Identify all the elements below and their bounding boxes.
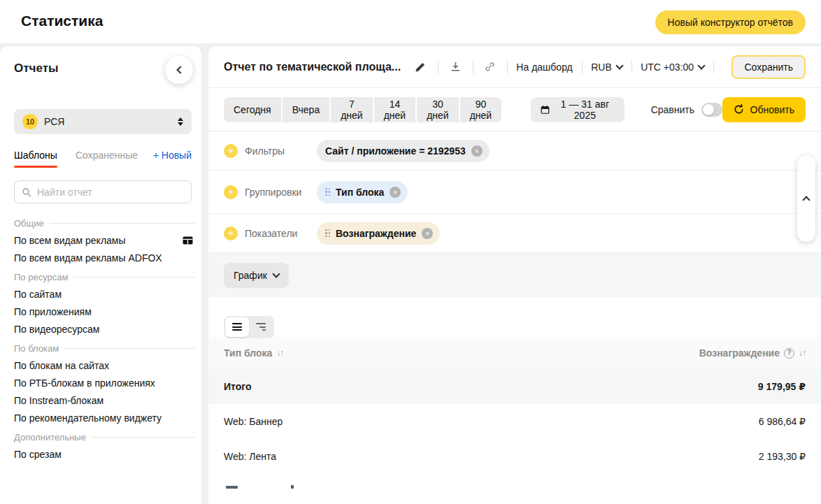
filters-collapse-button[interactable] [797, 155, 815, 242]
sort-icon[interactable]: ↓↑ [276, 348, 283, 358]
table-row-total: Итого 9 179,95 ₽ [208, 369, 821, 404]
new-report-link[interactable]: + Новый [153, 150, 192, 168]
chevron-down-icon [272, 270, 280, 278]
preset-7-days[interactable]: 7 дней [331, 97, 373, 122]
preset-today[interactable]: Сегодня [224, 97, 281, 122]
report-title: Отчет по тематической площа... [224, 61, 401, 73]
tree-view-button[interactable] [249, 317, 273, 337]
filter-chip[interactable]: Сайт / приложение = 2192953 × [317, 140, 490, 162]
new-report-builder-button[interactable]: Новый конструктор отчётов [655, 10, 806, 34]
section-header: Общие [14, 215, 194, 231]
add-filter-button[interactable]: + Фильтры [224, 144, 317, 158]
remove-metric-icon[interactable]: × [422, 228, 433, 239]
sidebar-tabs: Шаблоны Сохраненные + Новый [14, 150, 192, 168]
download-button[interactable] [448, 59, 464, 75]
edit-title-button[interactable] [412, 59, 429, 75]
link-icon [485, 62, 495, 72]
column-dimension: Тип блока ↓↑ [224, 347, 283, 359]
page-title: Статистика [21, 13, 103, 29]
chevron-down-icon [697, 62, 705, 69]
date-range-button[interactable]: 1 — 31 авг 2025 [531, 97, 624, 122]
section-header: Дополнительные [14, 429, 194, 445]
column-metric: Вознаграждение ? ↓↑ [699, 347, 806, 359]
timezone-select[interactable]: UTC +03:00 [641, 62, 704, 73]
preset-14-days[interactable]: 14 дней [374, 97, 416, 122]
calendar-icon [541, 104, 550, 115]
table-view-controls [208, 297, 821, 337]
preset-90-days[interactable]: 90 дней [460, 97, 502, 122]
sidebar-collapse-button[interactable] [165, 56, 193, 84]
sidebar-item-by-video[interactable]: По видеоресурсам [14, 320, 194, 338]
sidebar-item-all-ads-adfox[interactable]: По всем видам рекламы ADFOX [14, 249, 194, 266]
plus-icon: + [224, 144, 238, 158]
add-grouping-button[interactable]: + Группировки [224, 185, 317, 199]
tree-icon [256, 323, 266, 331]
select-spinner-icon [178, 117, 183, 126]
share-link-button[interactable] [482, 59, 498, 75]
sidebar-item-by-apps[interactable]: По приложениям [14, 303, 194, 320]
compare-label: Сравнить [651, 104, 694, 115]
metric-chip[interactable]: Вознаграждение × [317, 222, 440, 245]
section-header: По ресурсам [14, 268, 194, 285]
refresh-icon [734, 104, 744, 115]
sidebar-item-by-slices[interactable]: По срезам [14, 445, 194, 463]
report-search [14, 180, 192, 203]
plus-icon: + [224, 185, 238, 199]
sidebar-item-recommendation-widget[interactable]: По рекомендательному виджету [14, 409, 194, 426]
remove-grouping-icon[interactable]: × [390, 187, 401, 198]
search-input[interactable] [37, 187, 184, 198]
refresh-button[interactable]: Обновить [722, 97, 806, 122]
dashboard-icon [183, 236, 193, 245]
chevron-left-icon [176, 66, 184, 73]
date-presets: Сегодня Вчера 7 дней 14 дней 30 дней 90 … [224, 97, 501, 122]
table-row: Web: Баннер 6 986,64 ₽ [208, 404, 821, 439]
sidebar-item-all-ads[interactable]: По всем видам рекламы [14, 231, 194, 249]
plus-icon: + [224, 226, 238, 240]
date-controls: Сегодня Вчера 7 дней 14 дней 30 дней 90 … [208, 88, 821, 131]
top-header: Статистика Новый конструктор отчётов [0, 0, 821, 43]
chevron-down-icon [615, 62, 623, 69]
product-select[interactable]: 10 РСЯ [14, 109, 192, 134]
help-icon[interactable]: ? [784, 348, 794, 359]
compare-toggle[interactable] [701, 103, 722, 117]
preset-30-days[interactable]: 30 дней [417, 97, 459, 122]
report-templates-list: Общие По всем видам рекламы По всем вида… [14, 215, 201, 463]
grouping-chip[interactable]: Тип блока × [317, 181, 408, 203]
sidebar-item-blocks-on-sites[interactable]: По блокам на сайтах [14, 357, 194, 374]
sort-icon[interactable]: ↓↑ [799, 348, 806, 358]
metrics-row: + Показатели Вознаграждение × [208, 214, 821, 253]
currency-select[interactable]: RUB [591, 62, 622, 73]
download-icon [450, 62, 461, 72]
filters-row: + Фильтры Сайт / приложение = 2192953 × [208, 131, 821, 171]
reports-sidebar: Отчеты 10 РСЯ Шаблоны Сохраненные + Новы… [0, 46, 201, 504]
search-icon [22, 187, 31, 197]
remove-filter-icon[interactable]: × [471, 145, 483, 157]
groupings-row: + Группировки Тип блока × [208, 171, 821, 214]
add-metric-button[interactable]: + Показатели [224, 226, 317, 240]
chart-type-dropdown[interactable]: График [224, 263, 289, 288]
table-row-clipped [208, 474, 821, 489]
chart-strip: График [208, 253, 821, 297]
table-header: Тип блока ↓↑ Вознаграждение ? ↓↑ [208, 337, 821, 369]
sidebar-item-instream-blocks[interactable]: По Instream-блокам [14, 391, 194, 409]
flat-list-view-button[interactable] [225, 317, 249, 337]
report-panel: Отчет по тематической площа... На дашбор… [208, 46, 821, 504]
list-icon [232, 323, 242, 331]
tab-saved[interactable]: Сохраненные [76, 150, 138, 168]
rsya-badge-icon: 10 [22, 114, 38, 129]
sidebar-item-by-sites[interactable]: По сайтам [14, 285, 194, 303]
report-toolbar: Отчет по тематической площа... На дашбор… [208, 46, 821, 88]
to-dashboard-button[interactable]: На дашборд [516, 62, 572, 73]
drag-handle-icon[interactable] [325, 229, 330, 238]
preset-yesterday[interactable]: Вчера [283, 97, 330, 122]
drag-handle-icon[interactable] [325, 188, 330, 196]
product-select-value: РСЯ [44, 116, 64, 127]
table-row: Web: Лента 2 193,30 ₽ [208, 439, 821, 474]
tab-templates[interactable]: Шаблоны [14, 150, 57, 168]
save-button[interactable]: Сохранить [731, 55, 806, 79]
chevron-up-icon [802, 196, 810, 203]
section-header: По блокам [14, 340, 194, 357]
sidebar-item-rtb-blocks-apps[interactable]: По РТБ-блокам в приложениях [14, 374, 194, 391]
pencil-icon [415, 62, 426, 73]
